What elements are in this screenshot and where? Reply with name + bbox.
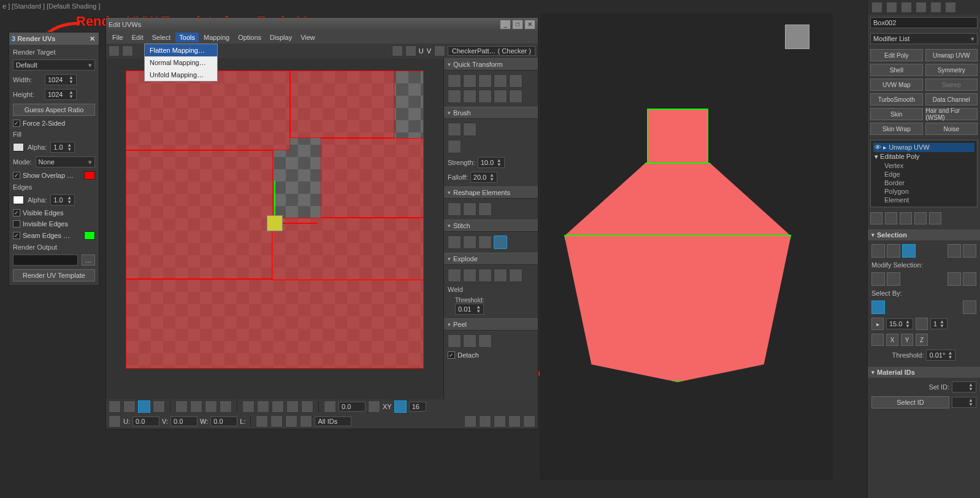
create-tab-icon[interactable] <box>871 2 882 13</box>
stitch-icon[interactable] <box>463 236 477 249</box>
detach-checkbox[interactable]: ✓Detach <box>448 351 534 359</box>
force-2sided-checkbox[interactable]: ✓Force 2-Sided <box>13 120 95 127</box>
menu-display[interactable]: Display <box>266 33 296 42</box>
explode-icon[interactable] <box>463 269 477 282</box>
qt-icon[interactable] <box>448 74 461 88</box>
selection-rollout[interactable]: Selection <box>868 229 980 240</box>
menu-unfold-mapping[interactable]: Unfold Mapping… <box>145 69 217 81</box>
reshape-icon[interactable] <box>478 202 492 216</box>
modify-tab-icon[interactable] <box>886 2 897 13</box>
hierarchy-tab-icon[interactable] <box>901 2 912 13</box>
shrink-icon[interactable] <box>887 272 900 286</box>
uv-canvas[interactable] <box>106 58 443 399</box>
weld-threshold-spinner[interactable]: 0.01▲▼ <box>455 304 484 315</box>
strength-spinner[interactable]: 10.0▲▼ <box>478 157 505 168</box>
tool-icon[interactable] <box>175 400 188 413</box>
zoom-icon[interactable] <box>479 415 491 427</box>
mod-hair-fur[interactable]: Hair and Fur (WSM) <box>925 108 978 120</box>
show-overlap-checkbox[interactable]: ✓Show Overlap … <box>13 171 95 180</box>
brush-icon[interactable] <box>448 140 461 153</box>
tool-icon[interactable] <box>242 400 255 413</box>
mod-symmetry[interactable]: Symmetry <box>925 64 978 76</box>
reshape-icon[interactable] <box>463 202 477 216</box>
menu-edit[interactable]: Edit <box>128 33 147 42</box>
tool-icon[interactable] <box>272 400 284 413</box>
uv-island[interactable] <box>126 279 424 369</box>
stack-unwrap-uvw[interactable]: 👁 ▸ Unwrap UVW <box>873 143 974 152</box>
mode-select[interactable]: None <box>36 156 95 167</box>
config-icon[interactable] <box>929 212 941 224</box>
qt-icon[interactable] <box>463 90 477 103</box>
reshape-icon[interactable] <box>448 202 461 216</box>
set-id-spinner[interactable]: ▲▼ <box>952 381 976 393</box>
edge-mode-icon[interactable] <box>123 400 136 413</box>
perspective-viewport[interactable] <box>540 13 833 480</box>
qt-icon[interactable] <box>478 90 492 103</box>
grow-icon[interactable] <box>871 272 885 286</box>
tool-icon[interactable] <box>286 400 299 413</box>
ids-select[interactable]: All IDs <box>315 416 351 426</box>
qt-icon[interactable] <box>494 74 507 88</box>
peel-icon[interactable] <box>463 334 477 348</box>
qt-icon[interactable] <box>448 90 461 103</box>
qt-icon[interactable] <box>478 74 492 88</box>
stack-element[interactable]: Element <box>873 196 974 204</box>
modifier-list-select[interactable]: Modifier List <box>870 33 978 44</box>
qt-icon[interactable] <box>509 74 523 88</box>
relax-brush-icon[interactable] <box>448 123 461 136</box>
tool-icon[interactable] <box>220 400 232 413</box>
tool-icon[interactable] <box>285 415 297 427</box>
menu-mapping[interactable]: Mapping <box>200 33 233 42</box>
mod-sweep[interactable]: Sweep <box>925 79 978 91</box>
seam-color-swatch[interactable] <box>84 231 95 240</box>
map-select[interactable]: CheckerPatt… ( Checker ) <box>448 46 535 56</box>
qt-icon[interactable] <box>494 90 507 103</box>
uv-island[interactable] <box>321 138 424 218</box>
snap-icon[interactable] <box>324 400 336 413</box>
element-mode-icon[interactable] <box>153 400 165 413</box>
explode-rollout[interactable]: Explode <box>444 253 538 265</box>
close-icon[interactable]: ✕ <box>524 20 535 29</box>
falloff-icon[interactable] <box>368 400 380 413</box>
utilities-tab-icon[interactable] <box>945 2 956 13</box>
viewcube[interactable] <box>779 18 816 55</box>
peel-icon[interactable] <box>478 334 492 348</box>
stitch-icon[interactable] <box>478 236 492 249</box>
peel-icon[interactable] <box>448 334 461 348</box>
display-tab-icon[interactable] <box>930 2 941 13</box>
mirror-icon[interactable] <box>394 400 407 413</box>
select-id-spinner[interactable]: ▲▼ <box>952 397 976 408</box>
brush-rollout[interactable]: Brush <box>444 107 538 119</box>
mod-turbosmooth[interactable]: TurboSmooth <box>870 93 923 105</box>
poly-mode-icon[interactable] <box>138 400 150 413</box>
menu-normal-mapping[interactable]: Normal Mapping… <box>145 56 217 69</box>
object-name-field[interactable]: Box002 <box>870 17 978 28</box>
explode-icon[interactable] <box>478 269 492 282</box>
u-field[interactable]: 0.0 <box>132 416 159 426</box>
sel-minus-icon[interactable] <box>963 244 976 258</box>
menu-flatten-mapping[interactable]: Flatten Mapping… <box>145 44 217 56</box>
stack-editable-poly[interactable]: ▾ Editable Poly <box>873 152 974 161</box>
uv-tile-icon[interactable] <box>434 45 445 56</box>
grid-options-icon[interactable] <box>405 45 416 56</box>
stitch-icon[interactable] <box>448 236 461 249</box>
render-target-select[interactable]: Default <box>13 59 95 71</box>
redo-icon[interactable] <box>122 45 133 56</box>
motion-tab-icon[interactable] <box>916 2 927 13</box>
scene-object[interactable] <box>564 109 791 391</box>
tool-icon[interactable] <box>270 415 283 427</box>
select-by-element-icon[interactable] <box>871 301 885 314</box>
menu-options[interactable]: Options <box>234 33 265 42</box>
seam-edges-checkbox[interactable]: ✓Seam Edges … <box>13 231 95 240</box>
overlap-color-swatch[interactable] <box>84 171 95 180</box>
falloff-spinner[interactable]: 20.0▲▼ <box>470 172 497 183</box>
minimize-icon[interactable]: _ <box>500 20 511 29</box>
remove-mod-icon[interactable] <box>914 212 927 224</box>
mod-uvw-map[interactable]: UVW Map <box>870 79 923 91</box>
visible-edges-checkbox[interactable]: ✓Visible Edges <box>13 209 95 216</box>
height-spinner[interactable]: 1024▲▼ <box>45 89 77 100</box>
axis-y[interactable]: Y <box>901 334 913 346</box>
move-gizmo-center[interactable] <box>267 215 283 231</box>
explode-icon[interactable] <box>448 269 461 282</box>
fill-color-swatch[interactable] <box>13 143 24 151</box>
